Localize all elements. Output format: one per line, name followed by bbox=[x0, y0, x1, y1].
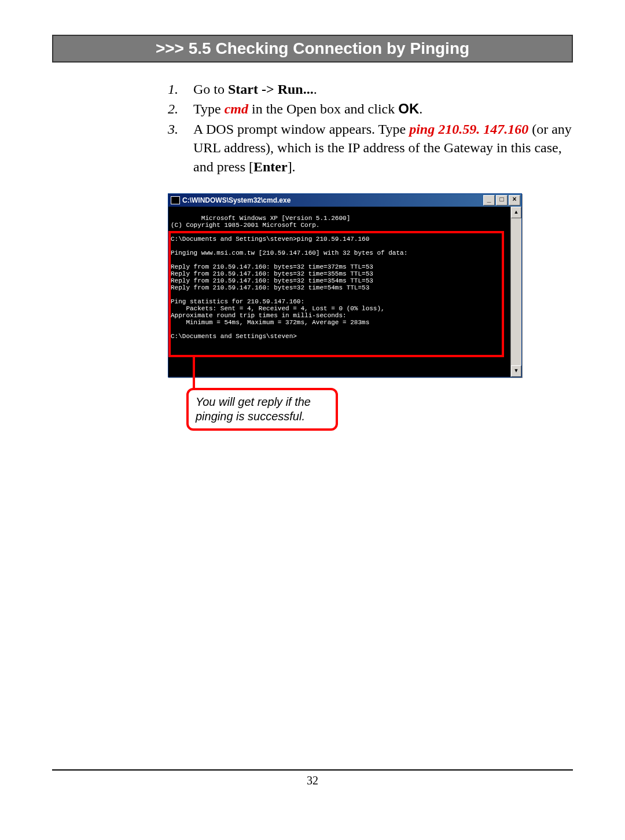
section-header: >>> 5.5 Checking Connection by Pinging bbox=[52, 35, 573, 63]
step-text: . bbox=[419, 101, 422, 116]
step-number: 3. bbox=[168, 120, 193, 176]
step-text-command: cmd bbox=[225, 101, 248, 116]
step-text: . bbox=[314, 82, 317, 97]
step-text: Go to bbox=[193, 82, 228, 97]
cmd-titlebar: C:\WINDOWS\System32\cmd.exe _ □ × bbox=[168, 194, 521, 207]
cmd-icon bbox=[171, 196, 180, 204]
step-text: Type bbox=[193, 101, 225, 116]
minimize-button[interactable]: _ bbox=[483, 195, 495, 206]
instruction-item: 2. Type cmd in the Open box and click OK… bbox=[168, 100, 573, 118]
step-text-command: ping 210.59. 147.160 bbox=[409, 122, 528, 137]
scroll-down-button[interactable]: ▼ bbox=[511, 365, 521, 377]
cmd-output: Microsoft Windows XP [Version 5.1.2600] … bbox=[168, 207, 510, 377]
page-footer: 32 bbox=[52, 769, 573, 787]
callout-connector bbox=[193, 355, 195, 390]
step-text: in the Open box and click bbox=[248, 101, 398, 116]
scroll-up-button[interactable]: ▲ bbox=[511, 207, 521, 218]
highlight-box bbox=[168, 231, 504, 357]
page-number: 32 bbox=[307, 774, 318, 787]
scroll-track[interactable] bbox=[511, 218, 521, 365]
step-text: ]. bbox=[288, 159, 296, 174]
instruction-item: 1. Go to Start -> Run.... bbox=[168, 80, 573, 98]
scrollbar[interactable]: ▲ ▼ bbox=[510, 207, 521, 377]
maximize-button[interactable]: □ bbox=[496, 195, 508, 206]
instruction-item: 3. A DOS prompt window appears. Type pin… bbox=[168, 120, 573, 176]
step-number: 2. bbox=[168, 100, 193, 118]
step-text: A DOS prompt window appears. Type bbox=[193, 122, 409, 137]
step-text-button: OK bbox=[398, 101, 419, 116]
cmd-window: C:\WINDOWS\System32\cmd.exe _ □ × Micros… bbox=[168, 193, 522, 377]
cmd-title-text: C:\WINDOWS\System32\cmd.exe bbox=[182, 196, 291, 204]
step-number: 1. bbox=[168, 80, 193, 98]
close-button[interactable]: × bbox=[509, 195, 520, 206]
step-text-key: Enter bbox=[253, 159, 288, 174]
instruction-list: 1. Go to Start -> Run.... 2. Type cmd in… bbox=[168, 80, 573, 176]
step-text-bold: Start -> Run... bbox=[228, 82, 314, 97]
callout-box: You will get reply if the pinging is suc… bbox=[186, 388, 338, 431]
